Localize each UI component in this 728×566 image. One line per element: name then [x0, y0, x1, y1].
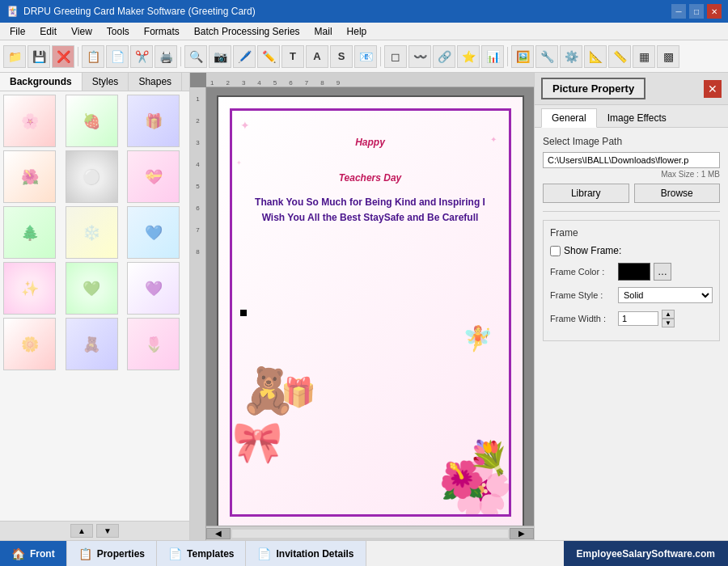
tb-ruler2[interactable]: 📏 — [608, 45, 631, 68]
tb-print[interactable]: 🖨️ — [154, 45, 177, 68]
thumbnail-9[interactable]: 💙 — [127, 206, 180, 259]
status-front-label: Front — [30, 548, 55, 560]
tb-grid1[interactable]: ▦ — [633, 45, 655, 68]
menu-view[interactable]: View — [65, 24, 99, 39]
selection-handle — [240, 310, 247, 316]
scroll-right-btn[interactable]: ▶ — [510, 528, 534, 539]
menu-tools[interactable]: Tools — [100, 24, 136, 39]
ruler-left: 1 2 3 4 5 6 7 8 — [190, 87, 206, 540]
scroll-down-button[interactable]: ▼ — [96, 524, 119, 538]
tb-art[interactable]: A — [306, 45, 328, 68]
tb-copy[interactable]: 📋 — [82, 45, 104, 68]
minimize-button[interactable]: ─ — [671, 4, 686, 19]
tb-grid2[interactable]: ▩ — [657, 45, 679, 68]
menu-batch[interactable]: Batch Processing Series — [188, 24, 307, 39]
decor-star-3: ✦ — [236, 159, 242, 167]
scroll-left-btn[interactable]: ◀ — [206, 528, 231, 539]
thumbnail-14[interactable]: 🧸 — [66, 318, 118, 370]
spinner-up-button[interactable]: ▲ — [662, 310, 675, 319]
canvas-area[interactable]: 1 2 3 4 5 6 7 8 9 1 2 3 4 5 6 7 8 — [190, 73, 534, 540]
card-title-line1: Happy — [355, 137, 385, 148]
tab-backgrounds[interactable]: Backgrounds — [0, 73, 83, 91]
menu-file[interactable]: File — [3, 24, 32, 39]
tb-cut[interactable]: ✂️ — [130, 45, 153, 68]
thumbnail-1[interactable]: 🌸 — [3, 95, 56, 147]
tb-line[interactable]: 〰️ — [408, 45, 431, 68]
status-invitation-label: Invitation Details — [276, 548, 353, 560]
frame-style-select[interactable]: Solid Dashed Dotted Double — [618, 287, 713, 303]
tb-frame[interactable]: 🖼️ — [511, 45, 534, 68]
thumbnail-12[interactable]: 💜 — [127, 262, 180, 315]
thumbnail-11[interactable]: 💚 — [66, 262, 118, 315]
menu-mail[interactable]: Mail — [308, 24, 339, 39]
thumbnail-2[interactable]: 🍓 — [66, 95, 118, 147]
select-image-label: Select Image Path — [543, 136, 720, 147]
maximize-button[interactable]: □ — [689, 4, 704, 19]
thumbnail-8[interactable]: ❄️ — [66, 206, 118, 259]
decor-star-1: ✦ — [240, 119, 250, 132]
property-header: Picture Property ✕ — [535, 73, 728, 105]
status-tab-properties[interactable]: 📋 Properties — [67, 541, 157, 566]
max-size-note: Max Size : 1 MB — [543, 170, 720, 179]
thumbnail-3[interactable]: 🎁 — [127, 95, 180, 147]
thumbnail-7[interactable]: 🌲 — [3, 206, 56, 259]
show-frame-label: Show Frame: — [564, 245, 621, 256]
tb-chart[interactable]: 📊 — [481, 45, 504, 68]
tb-settings[interactable]: ⚙️ — [560, 45, 582, 68]
thumbnail-10[interactable]: ✨ — [3, 262, 56, 315]
tab-shapes[interactable]: Shapes — [129, 73, 182, 91]
templates-icon: 📄 — [168, 547, 182, 560]
tb-search[interactable]: 🔍 — [184, 45, 207, 68]
tb-save[interactable]: 💾 — [28, 45, 50, 68]
tab-image-effects[interactable]: Image Effects — [597, 108, 677, 127]
tb-style[interactable]: S — [330, 45, 353, 68]
menu-help[interactable]: Help — [341, 24, 374, 39]
tb-text[interactable]: T — [281, 45, 304, 68]
tb-link[interactable]: 🔗 — [433, 45, 455, 68]
website-label: EmployeeSalarySoftware.com — [564, 541, 728, 566]
horizontal-scrollbar[interactable]: ◀ ▶ — [206, 526, 534, 540]
close-button[interactable]: ✕ — [707, 4, 722, 19]
library-button[interactable]: Library — [543, 184, 629, 203]
tb-paste[interactable]: 📄 — [106, 45, 129, 68]
tb-rect[interactable]: ◻ — [384, 45, 407, 68]
tb-close[interactable]: ❌ — [52, 45, 74, 68]
scroll-track[interactable] — [232, 530, 508, 538]
card-title: Happy Teachers Day — [239, 117, 502, 188]
thumbnail-5[interactable]: ⚪ — [66, 150, 118, 203]
browse-button[interactable]: Browse — [634, 184, 721, 203]
tb-mail[interactable]: 📧 — [354, 45, 377, 68]
tab-general[interactable]: General — [541, 108, 597, 128]
scroll-up-button[interactable]: ▲ — [70, 524, 93, 538]
frame-section: Frame Show Frame: Frame Color : … Frame … — [543, 220, 720, 341]
frame-width-input[interactable] — [618, 311, 658, 326]
app-icon: 🃏 — [6, 6, 19, 17]
tb-pencil[interactable]: ✏️ — [257, 45, 280, 68]
greeting-card[interactable]: ✦ ✦ ✦ Happy Teachers Day Thank You So Mu… — [217, 95, 524, 530]
menu-formats[interactable]: Formats — [138, 24, 186, 39]
tb-new[interactable]: 📁 — [3, 45, 26, 68]
thumbnail-13[interactable]: 🌼 — [3, 318, 56, 370]
tab-styles[interactable]: Styles — [83, 73, 129, 91]
property-close-button[interactable]: ✕ — [704, 80, 722, 98]
image-path-input[interactable] — [543, 152, 720, 168]
status-tab-templates[interactable]: 📄 Templates — [157, 541, 246, 566]
status-tab-front[interactable]: 🏠 Front — [0, 541, 67, 566]
thumbnail-4[interactable]: 🌺 — [3, 150, 56, 203]
toolbar: 📁 💾 ❌ 📋 📄 ✂️ 🖨️ 🔍 📷 🖊️ ✏️ T A S 📧 ◻ 〰️ 🔗… — [0, 40, 728, 73]
tb-wrench[interactable]: 🔧 — [535, 45, 558, 68]
tb-image[interactable]: 📷 — [209, 45, 231, 68]
tb-ruler1[interactable]: 📐 — [584, 45, 607, 68]
menu-edit[interactable]: Edit — [33, 24, 63, 39]
tb-draw[interactable]: 🖊️ — [233, 45, 256, 68]
spinner-down-button[interactable]: ▼ — [662, 319, 675, 327]
frame-color-swatch[interactable] — [618, 263, 650, 281]
thumbnail-6[interactable]: 💝 — [127, 150, 180, 203]
main-layout: Backgrounds Styles Shapes 🌸 🍓 🎁 🌺 ⚪ 💝 🌲 … — [0, 73, 728, 540]
show-frame-checkbox[interactable] — [550, 246, 561, 256]
tb-star[interactable]: ⭐ — [457, 45, 480, 68]
color-picker-button[interactable]: … — [654, 263, 671, 281]
thumbnail-15[interactable]: 🌷 — [127, 318, 180, 370]
separator — [543, 211, 720, 212]
status-tab-invitation[interactable]: 📄 Invitation Details — [246, 541, 366, 566]
